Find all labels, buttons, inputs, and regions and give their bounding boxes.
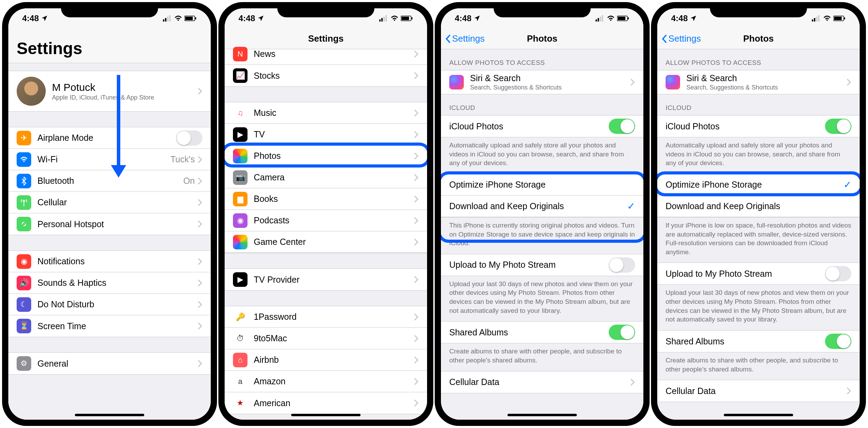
- chevron-icon: [414, 335, 419, 342]
- storage-group: Optimize iPhone Storage Download and Kee…: [441, 174, 643, 217]
- screen-3: 4:48 Settings Photos ALLOW PHOTOS TO ACC…: [441, 8, 643, 420]
- home-indicator[interactable]: [291, 414, 361, 416]
- screen-4: 4:48 Settings Photos ALLOW PHOTOS TO ACC…: [657, 8, 860, 420]
- svg-rect-10: [381, 18, 383, 22]
- nav-title: Photos: [527, 33, 557, 44]
- check-icon: ✓: [843, 179, 851, 190]
- chevron-icon: [198, 322, 202, 330]
- icloud-photos-row[interactable]: iCloud Photos: [441, 115, 643, 137]
- back-button[interactable]: Settings: [445, 33, 485, 44]
- svg-rect-18: [600, 17, 601, 22]
- settings-row[interactable]: 🔊Sounds & Haptics: [8, 272, 211, 294]
- siri-subtitle: Search, Suggestions & Shortcuts: [686, 84, 847, 91]
- settings-row[interactable]: NNews: [225, 43, 427, 65]
- screen-2: 4:48 Settings NNews📈Stocks ♫Music▶TVPhot…: [225, 8, 427, 420]
- svg-rect-26: [818, 15, 819, 22]
- chevron-icon: [198, 177, 202, 185]
- cellular-data-row[interactable]: Cellular Data: [657, 380, 860, 402]
- settings-row[interactable]: aAmazon: [225, 371, 427, 392]
- settings-row[interactable]: ▶TV Provider: [225, 269, 427, 290]
- row-label: Screen Time: [37, 321, 198, 331]
- download-originals-row[interactable]: Download and Keep Originals: [657, 196, 860, 217]
- settings-row[interactable]: ★American: [225, 392, 427, 414]
- settings-row[interactable]: Photos: [225, 145, 427, 167]
- siri-search-row[interactable]: Siri & Search Search, Suggestions & Shor…: [441, 70, 643, 94]
- settings-row[interactable]: 🔑1Password: [225, 306, 427, 328]
- siri-subtitle: Search, Suggestions & Shortcuts: [470, 84, 630, 91]
- storage-footer: This iPhone is currently storing origina…: [441, 217, 643, 250]
- settings-row[interactable]: 📈Stocks: [225, 65, 427, 86]
- photo-stream-row[interactable]: Upload to My Photo Stream: [657, 263, 860, 284]
- app-icon: N: [233, 47, 248, 61]
- app-icon: ▶: [233, 127, 248, 142]
- siri-title: Siri & Search: [470, 73, 630, 83]
- location-icon: [474, 15, 480, 22]
- download-originals-row[interactable]: Download and Keep Originals ✓: [441, 196, 643, 217]
- row-label: iCloud Photos: [666, 121, 825, 131]
- settings-row[interactable]: Game Center: [225, 231, 427, 253]
- row-label: Upload to My Photo Stream: [666, 269, 825, 279]
- shared-albums-row[interactable]: Shared Albums: [657, 331, 860, 352]
- row-label: Photos: [254, 151, 414, 161]
- settings-row[interactable]: Cellular: [8, 192, 211, 213]
- settings-row[interactable]: ◉Notifications: [8, 251, 211, 272]
- toggle[interactable]: [825, 119, 851, 134]
- row-label: Personal Hotspot: [37, 219, 198, 229]
- home-indicator[interactable]: [724, 414, 793, 416]
- toggle[interactable]: [825, 334, 851, 349]
- settings-row[interactable]: ⏱9to5Mac: [225, 328, 427, 349]
- cellular-data-row[interactable]: Cellular Data: [441, 371, 643, 393]
- row-label: TV Provider: [254, 275, 414, 285]
- row-label: 9to5Mac: [254, 333, 414, 343]
- status-time: 4:48: [671, 14, 688, 23]
- optimize-storage-row[interactable]: Optimize iPhone Storage ✓: [657, 174, 860, 196]
- toggle[interactable]: [609, 325, 635, 340]
- row-label: Amazon: [254, 376, 414, 386]
- chevron-icon: [414, 50, 419, 58]
- svg-rect-14: [401, 17, 409, 20]
- toggle[interactable]: [609, 119, 635, 134]
- icloud-photos-row[interactable]: iCloud Photos: [657, 115, 860, 137]
- toggle[interactable]: [825, 266, 851, 281]
- svg-rect-2: [167, 17, 168, 22]
- svg-rect-16: [596, 19, 597, 22]
- settings-row[interactable]: 📷Camera: [225, 167, 427, 188]
- settings-row[interactable]: ⏳Screen Time: [8, 315, 211, 337]
- settings-row[interactable]: ◉Podcasts: [225, 210, 427, 231]
- settings-row[interactable]: ☾Do Not Disturb: [8, 294, 211, 315]
- row-label: Books: [254, 194, 414, 204]
- siri-search-row[interactable]: Siri & Search Search, Suggestions & Shor…: [657, 70, 860, 94]
- app-icon: ◉: [17, 254, 31, 269]
- wifi-icon: [823, 15, 831, 22]
- toggle[interactable]: [609, 257, 635, 273]
- signal-icon: [596, 15, 605, 22]
- section-header-allow: ALLOW PHOTOS TO ACCESS: [657, 49, 860, 70]
- page-title: Settings: [8, 28, 211, 63]
- svg-rect-19: [602, 15, 603, 22]
- app-icon: 📈: [233, 68, 248, 83]
- chevron-icon: [847, 78, 851, 86]
- svg-rect-17: [598, 18, 599, 22]
- home-indicator[interactable]: [507, 414, 577, 416]
- location-icon: [41, 15, 48, 22]
- notch: [494, 2, 591, 17]
- signal-icon: [379, 15, 388, 22]
- home-indicator[interactable]: [75, 414, 144, 416]
- nav-title: Settings: [308, 33, 344, 44]
- app-icon: ◉: [233, 213, 248, 228]
- toggle[interactable]: [176, 130, 202, 146]
- back-button[interactable]: Settings: [661, 33, 701, 44]
- settings-row[interactable]: ♫Music: [225, 102, 427, 124]
- optimize-storage-row[interactable]: Optimize iPhone Storage: [441, 174, 643, 196]
- settings-row[interactable]: Personal Hotspot: [8, 213, 211, 235]
- row-label: Optimize iPhone Storage: [666, 180, 843, 190]
- settings-row[interactable]: ⚙General: [8, 353, 211, 374]
- settings-row[interactable]: ⌂Airbnb: [225, 349, 427, 371]
- photo-stream-row[interactable]: Upload to My Photo Stream: [441, 254, 643, 276]
- shared-albums-row[interactable]: Shared Albums: [441, 322, 643, 343]
- chevron-icon: [414, 152, 419, 160]
- settings-row[interactable]: ▆Books: [225, 188, 427, 210]
- chevron-icon: [414, 174, 419, 181]
- chevron-icon: [630, 378, 635, 386]
- settings-row[interactable]: ▶TV: [225, 124, 427, 145]
